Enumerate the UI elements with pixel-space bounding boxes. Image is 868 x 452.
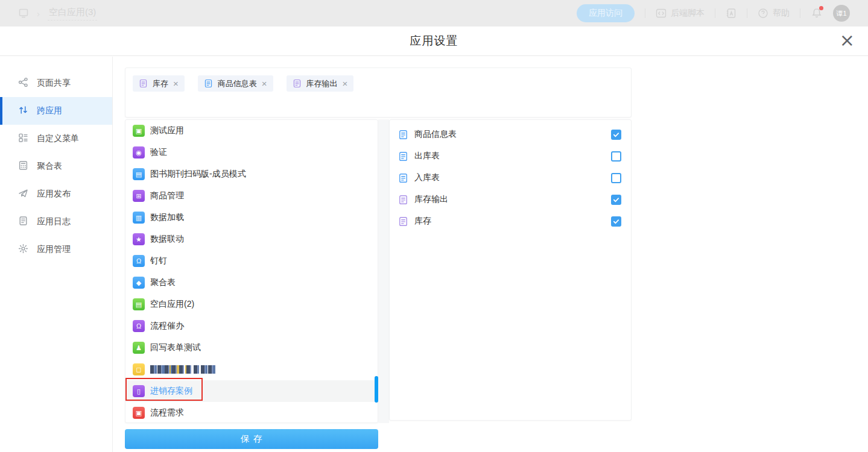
app-label: 钉钉 [150,256,167,266]
sidebar-item-4[interactable]: 应用发布 [0,180,112,208]
person-icon: ♟ [133,342,145,354]
worksheet-label: 入库表 [414,172,605,183]
share-icon [18,77,28,89]
tag-chip[interactable]: 商品信息表 × [198,75,273,92]
worksheet-label: 库存 [414,216,605,227]
remove-tag-icon[interactable]: × [173,79,179,88]
app-window-icon[interactable] [18,8,29,19]
square-icon: ◻ [133,363,145,375]
save-button[interactable]: 保存 [125,429,378,449]
close-icon[interactable]: × [840,31,855,49]
worksheet-checkbox[interactable] [611,216,621,227]
check-icon [613,218,619,225]
worksheet-row[interactable]: 入库表 [390,167,631,189]
app-row[interactable]: ⊞ 商品管理 [125,185,378,207]
worksheet-row[interactable]: 库存 [390,210,631,232]
worksheet-icon [139,79,148,88]
app-label: 进销存案例 [150,386,192,397]
custom-menu-icon [18,133,28,145]
notifications-bell-button[interactable] [811,7,823,19]
app-title[interactable]: 空白应用(3) [48,6,97,20]
divider [645,8,645,18]
app-row[interactable]: ▤ 空白应用(2) [125,293,378,315]
worksheet-icon [398,130,408,140]
camera-icon: ◉ [133,146,145,159]
gear-icon [18,243,28,256]
check-icon [613,131,619,138]
app-row[interactable]: Ω 流程催办 [125,315,378,337]
app-row[interactable]: Ω 钉钉 [125,250,378,272]
tag-chip[interactable]: 库存 × [133,75,185,92]
worksheet-row[interactable]: 库存输出 [390,189,631,210]
sidebar-item-5[interactable]: 应用日志 [0,208,112,236]
code-icon [656,8,667,19]
sidebar-item-label: 聚合表 [37,161,62,172]
check-icon [613,196,619,203]
app-label: 数据联动 [150,234,184,245]
worksheet-icon [293,79,302,88]
worksheet-checkbox[interactable] [611,151,621,162]
log-icon [18,216,28,228]
sidebar-item-label: 跨应用 [37,105,62,116]
sidebar-item-2[interactable]: 自定义菜单 [0,125,112,152]
selected-tags-panel: 库存 × 商品信息表 × 库存输出 × [125,67,632,118]
worksheet-row[interactable]: 出库表 [390,145,631,167]
address-book-button[interactable] [726,8,737,19]
app-label: 测试应用 [150,125,184,136]
app-row[interactable]: ▥ 数据加载 [125,207,378,228]
app-access-button[interactable]: 应用访问 [577,4,635,22]
sidebar-item-0[interactable]: 页面共享 [0,69,112,97]
app-row[interactable]: ◉ 验证 [125,142,378,163]
app-label: 图书期刊扫码版-成员模式 [150,169,246,180]
notification-dot [819,6,823,10]
sidebar-item-label: 应用管理 [37,244,71,255]
worksheet-row[interactable]: 商品信息表 [390,124,631,145]
app-row[interactable]: ◻ [125,359,378,380]
app-row[interactable]: ▣ 测试应用 [125,120,378,142]
sidebar-item-1[interactable]: 跨应用 [0,97,112,125]
app-row[interactable]: ♟ 回写表单测试 [125,337,378,359]
dialog-header: 应用设置 × [0,27,868,56]
worksheet-checkbox[interactable] [611,173,621,183]
worksheet-list-panel: 商品信息表 出库表 入库表 库存输出 库存 [389,119,632,421]
help-label: 帮助 [773,8,790,19]
sidebar-item-label: 应用日志 [37,216,71,227]
worksheet-checkbox[interactable] [611,130,621,140]
app-label: 验证 [150,147,167,158]
grid-icon: ⊞ [133,190,145,202]
app-settings-screen: › 空白应用(3) 应用访问 后端脚本 [0,0,868,452]
topbar: › 空白应用(3) 应用访问 后端脚本 [0,0,868,27]
avatar[interactable]: 谭1 [833,5,850,22]
sidebar-item-label: 页面共享 [37,78,71,89]
tag-chip[interactable]: 库存输出 × [287,75,354,92]
scrollbar-thumb[interactable] [375,376,378,403]
worksheet-label: 出库表 [414,151,605,162]
app-row[interactable]: ◆ 聚合表 [125,272,378,293]
jar-icon: ▯ [133,385,145,397]
backend-script-label: 后端脚本 [671,8,705,19]
worksheet-icon [398,216,408,227]
tag-label: 商品信息表 [218,78,257,89]
sidebar-item-label: 自定义菜单 [37,133,79,144]
sidebar-item-6[interactable]: 应用管理 [0,236,112,263]
sidebar-item-3[interactable]: 聚合表 [0,152,112,180]
worksheet-checkbox[interactable] [611,195,621,205]
app-label: 回写表单测试 [150,342,201,353]
card-icon: ▤ [133,168,145,180]
remove-tag-icon[interactable]: × [343,79,348,88]
app-row[interactable]: ★ 数据联动 [125,228,378,250]
backend-script-button[interactable]: 后端脚本 [656,8,705,19]
help-button[interactable]: 帮助 [758,8,790,19]
worksheet-icon [398,151,408,162]
bell-icon: Ω [133,320,145,332]
app-row[interactable]: ▤ 图书期刊扫码版-成员模式 [125,163,378,185]
publish-icon [18,188,28,200]
sidebar-item-label: 应用发布 [37,189,71,199]
divider [800,8,800,18]
worksheet-icon [398,195,408,205]
remove-tag-icon[interactable]: × [262,79,267,88]
aggregate-table-icon [18,160,28,172]
divider [747,8,747,18]
app-row[interactable]: ▣ 流程需求 [125,402,378,423]
app-row[interactable]: ▯ 进销存案例 [125,380,378,402]
